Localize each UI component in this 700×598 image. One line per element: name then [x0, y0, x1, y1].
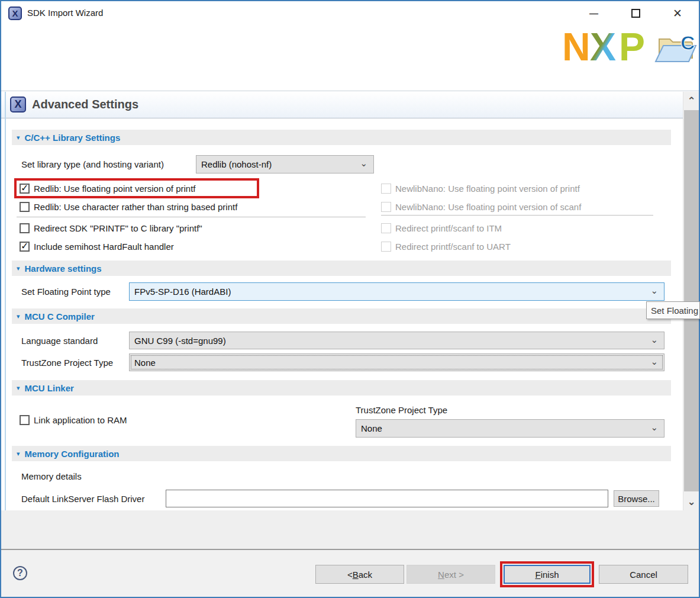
nxp-letter-p: P	[619, 27, 645, 65]
trustzone-value: None	[134, 358, 156, 368]
section-title: MCU C Compiler	[25, 311, 95, 321]
memory-details-label: Memory details	[21, 471, 82, 481]
language-standard-label: Language standard	[21, 336, 98, 346]
checkbox-icon	[381, 223, 391, 233]
checkbox-redirect-sdk-printf[interactable]: Redirect SDK "PRINTF" to C library "prin…	[20, 219, 202, 237]
c-folder-icon: C	[653, 31, 698, 69]
maximize-button[interactable]	[627, 5, 644, 21]
section-hardware-settings[interactable]: ▾ Hardware settings	[12, 261, 671, 276]
collapse-triangle-icon: ▾	[17, 450, 20, 458]
sdk-import-wizard-window: X SDK Import Wizard — ✕ N X P	[0, 0, 700, 598]
page-header: X Advanced Settings	[0, 91, 700, 118]
library-type-dropdown[interactable]: Redlib (nohost-nf) ⌄	[196, 155, 374, 173]
checkbox-label: NewlibNano: Use floating point version o…	[395, 202, 581, 212]
right-column-divider	[381, 215, 653, 216]
library-type-label: Set library type (and hosting variant)	[21, 159, 164, 169]
checkbox-redirect-itm: Redirect printf/scanf to ITM	[381, 219, 502, 237]
window-title: SDK Import Wizard	[27, 8, 103, 18]
scrollbar-thumb[interactable]	[684, 110, 699, 491]
browse-button[interactable]: Browse...	[614, 490, 659, 507]
page-title: Advanced Settings	[32, 98, 138, 111]
checkbox-label: Include semihost HardFault handler	[34, 242, 174, 252]
next-button: Next >	[407, 565, 495, 584]
flash-driver-label: Default LinkServer Flash Driver	[21, 494, 144, 504]
mcuxpresso-app-icon: X	[8, 7, 22, 20]
checkbox-redlib-float-printf[interactable]: Redlib: Use floating point version of pr…	[20, 179, 195, 198]
fp-type-label: Set Floating Point type	[21, 287, 111, 297]
section-library-settings[interactable]: ▾ C/C++ Library Settings	[12, 130, 671, 145]
collapse-triangle-icon: ▾	[17, 265, 20, 272]
linker-trustzone-label: TrustZone Project Type	[356, 405, 447, 415]
scrollbar-up-icon[interactable]: ⌃	[683, 92, 699, 110]
checkbox-semihost-hardfault[interactable]: Include semihost HardFault handler	[20, 237, 174, 256]
fp-type-value: FPv5-SP-D16 (HardABI)	[134, 287, 231, 297]
checkbox-label: Link application to RAM	[34, 415, 127, 425]
nxp-logo: N X P	[562, 27, 652, 67]
chevron-down-icon: ⌄	[360, 158, 367, 169]
linker-trustzone-label-row: TrustZone Project Type	[356, 404, 447, 416]
title-bar[interactable]: X SDK Import Wizard — ✕	[0, 0, 700, 26]
section-title: MCU Linker	[25, 383, 74, 393]
fp-type-dropdown[interactable]: FPv5-SP-D16 (HardABI) ⌄	[129, 282, 664, 301]
language-standard-dropdown[interactable]: GNU C99 (-std=gnu99) ⌄	[129, 332, 664, 349]
trustzone-row: TrustZone Project Type	[21, 353, 113, 371]
checkbox-icon	[381, 202, 391, 212]
cancel-button[interactable]: Cancel	[599, 565, 688, 584]
collapse-triangle-icon: ▾	[17, 384, 20, 392]
help-button[interactable]: ?	[13, 566, 27, 580]
checkbox-newlibnano-printf: NewlibNano: Use floating point version o…	[381, 179, 580, 198]
checkbox-icon[interactable]	[20, 242, 30, 252]
section-title: Hardware settings	[25, 263, 102, 274]
chevron-down-icon: ⌄	[650, 356, 658, 367]
minimize-button[interactable]: —	[585, 5, 602, 21]
checkbox-label: Redlib: Use floating point version of pr…	[34, 184, 195, 194]
checkbox-label: Redlib: Use character rather than string…	[34, 202, 237, 212]
checkbox-newlibnano-scanf: NewlibNano: Use floating point version o…	[381, 198, 581, 216]
checkbox-icon[interactable]	[20, 184, 30, 194]
linker-trustzone-value: None	[361, 423, 382, 433]
language-standard-value: GNU C99 (-std=gnu99)	[134, 336, 226, 346]
library-type-row: Set library type (and hosting variant)	[21, 155, 164, 173]
chevron-down-icon: ⌄	[650, 285, 658, 296]
checkbox-icon[interactable]	[20, 202, 30, 212]
linker-trustzone-dropdown[interactable]: None ⌄	[356, 419, 664, 438]
lower-spacer-band	[0, 510, 700, 549]
back-button[interactable]: < Back	[315, 565, 404, 584]
folder-letter-c: C	[680, 31, 695, 54]
library-type-value: Redlib (nohost-nf)	[201, 159, 272, 169]
nxp-letter-x: X	[590, 27, 616, 65]
left-column-divider	[17, 217, 366, 217]
checkbox-label: NewlibNano: Use floating point version o…	[395, 184, 580, 194]
checkbox-icon	[381, 184, 391, 194]
collapse-triangle-icon: ▾	[17, 313, 20, 320]
checkbox-link-to-ram[interactable]: Link application to RAM	[20, 411, 127, 429]
advanced-settings-icon: X	[10, 97, 26, 112]
checkbox-redlib-char-printf[interactable]: Redlib: Use character rather than string…	[20, 198, 237, 216]
section-title: C/C++ Library Settings	[25, 133, 121, 143]
scrollbar-down-icon[interactable]: ⌄	[683, 493, 699, 510]
checkbox-redirect-uart: Redirect printf/scanf to UART	[381, 237, 511, 256]
fp-type-tooltip: Set Floating	[646, 301, 700, 319]
checkbox-label: Redirect SDK "PRINTF" to C library "prin…	[34, 223, 202, 233]
section-title: Memory Configuration	[25, 449, 120, 459]
section-memory-configuration[interactable]: ▾ Memory Configuration	[12, 446, 671, 461]
finish-button[interactable]: Finish	[504, 565, 591, 584]
flash-driver-input[interactable]	[166, 490, 608, 507]
section-mcu-linker[interactable]: ▾ MCU Linker	[12, 380, 671, 396]
checkbox-icon[interactable]	[20, 223, 30, 233]
checkbox-icon[interactable]	[20, 415, 30, 425]
flash-driver-row: Default LinkServer Flash Driver	[21, 490, 144, 507]
collapse-triangle-icon: ▾	[17, 134, 20, 142]
trustzone-dropdown[interactable]: None ⌄	[129, 353, 664, 371]
checkbox-icon	[381, 242, 391, 252]
memory-details-row: Memory details	[21, 470, 82, 482]
chevron-down-icon: ⌄	[650, 422, 658, 433]
close-button[interactable]: ✕	[669, 5, 686, 21]
section-mcu-c-compiler[interactable]: ▾ MCU C Compiler	[12, 308, 671, 324]
scroll-area-left-border	[5, 92, 6, 510]
checkbox-label: Redirect printf/scanf to ITM	[395, 223, 502, 233]
nxp-letter-n: N	[562, 27, 591, 65]
trustzone-label: TrustZone Project Type	[21, 358, 113, 368]
back-label: <	[347, 570, 353, 580]
checkbox-label: Redirect printf/scanf to UART	[395, 242, 511, 252]
